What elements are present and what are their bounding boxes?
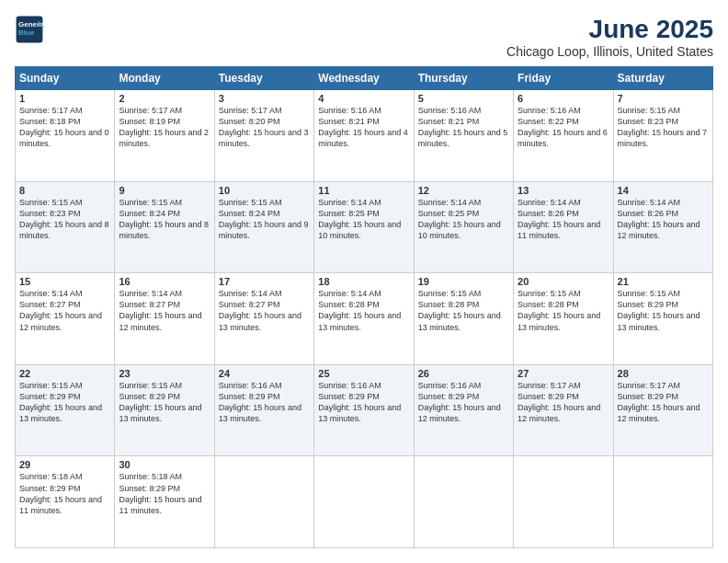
day-number: 10 <box>219 185 310 196</box>
calendar-cell: 5Sunrise: 5:16 AMSunset: 8:21 PMDaylight… <box>414 90 513 182</box>
calendar-cell: 6Sunrise: 5:16 AMSunset: 8:22 PMDaylight… <box>514 90 613 182</box>
day-number: 15 <box>19 276 110 287</box>
day-info: Sunrise: 5:14 AMSunset: 8:27 PMDaylight:… <box>19 288 110 333</box>
header-friday: Friday <box>514 67 613 90</box>
day-number: 5 <box>418 93 509 104</box>
calendar-cell: 11Sunrise: 5:14 AMSunset: 8:25 PMDayligh… <box>314 181 414 273</box>
calendar-cell: 1Sunrise: 5:17 AMSunset: 8:18 PMDaylight… <box>16 90 115 182</box>
day-info: Sunrise: 5:15 AMSunset: 8:24 PMDaylight:… <box>219 197 310 242</box>
page: General Blue June 2025 Chicago Loop, Ill… <box>0 0 728 563</box>
day-info: Sunrise: 5:14 AMSunset: 8:26 PMDaylight:… <box>518 197 609 242</box>
calendar-header-row: Sunday Monday Tuesday Wednesday Thursday… <box>16 67 713 90</box>
day-number: 20 <box>518 276 609 287</box>
day-info: Sunrise: 5:14 AMSunset: 8:27 PMDaylight:… <box>119 288 210 333</box>
day-number: 14 <box>618 185 709 196</box>
day-number: 24 <box>219 368 310 379</box>
day-number: 29 <box>19 459 110 470</box>
day-info: Sunrise: 5:17 AMSunset: 8:19 PMDaylight:… <box>119 105 210 150</box>
header-wednesday: Wednesday <box>314 67 414 90</box>
calendar-cell: 26Sunrise: 5:16 AMSunset: 8:29 PMDayligh… <box>414 364 513 456</box>
calendar-cell: 14Sunrise: 5:14 AMSunset: 8:26 PMDayligh… <box>613 181 712 273</box>
day-number: 8 <box>19 185 110 196</box>
header-sunday: Sunday <box>16 67 115 90</box>
day-info: Sunrise: 5:16 AMSunset: 8:22 PMDaylight:… <box>518 105 609 150</box>
day-info: Sunrise: 5:17 AMSunset: 8:29 PMDaylight:… <box>518 380 609 425</box>
header: General Blue June 2025 Chicago Loop, Ill… <box>15 15 713 59</box>
calendar-cell: 16Sunrise: 5:14 AMSunset: 8:27 PMDayligh… <box>115 273 214 365</box>
day-number: 22 <box>19 368 110 379</box>
calendar-cell <box>314 456 414 548</box>
day-number: 28 <box>618 368 709 379</box>
calendar-cell: 23Sunrise: 5:15 AMSunset: 8:29 PMDayligh… <box>115 364 214 456</box>
day-info: Sunrise: 5:15 AMSunset: 8:29 PMDaylight:… <box>119 380 210 425</box>
logo-icon: General Blue <box>15 15 44 44</box>
header-saturday: Saturday <box>613 67 712 90</box>
title-area: June 2025 Chicago Loop, Illinois, United… <box>506 15 713 59</box>
main-title: June 2025 <box>506 15 713 44</box>
calendar-table: Sunday Monday Tuesday Wednesday Thursday… <box>15 66 713 548</box>
calendar-cell: 17Sunrise: 5:14 AMSunset: 8:27 PMDayligh… <box>214 273 313 365</box>
day-number: 17 <box>219 276 310 287</box>
calendar-cell: 2Sunrise: 5:17 AMSunset: 8:19 PMDaylight… <box>115 90 214 182</box>
calendar-cell: 30Sunrise: 5:18 AMSunset: 8:29 PMDayligh… <box>115 456 214 548</box>
day-info: Sunrise: 5:14 AMSunset: 8:27 PMDaylight:… <box>219 288 310 333</box>
day-number: 18 <box>318 276 409 287</box>
header-monday: Monday <box>115 67 214 90</box>
day-info: Sunrise: 5:15 AMSunset: 8:24 PMDaylight:… <box>119 197 210 242</box>
calendar-cell: 27Sunrise: 5:17 AMSunset: 8:29 PMDayligh… <box>514 364 613 456</box>
day-number: 12 <box>418 185 509 196</box>
day-number: 4 <box>318 93 409 104</box>
calendar-cell: 8Sunrise: 5:15 AMSunset: 8:23 PMDaylight… <box>16 181 115 273</box>
calendar-cell: 19Sunrise: 5:15 AMSunset: 8:28 PMDayligh… <box>414 273 513 365</box>
day-number: 21 <box>618 276 709 287</box>
day-info: Sunrise: 5:14 AMSunset: 8:25 PMDaylight:… <box>418 197 509 242</box>
day-number: 1 <box>19 93 110 104</box>
day-number: 16 <box>119 276 210 287</box>
day-number: 2 <box>119 93 210 104</box>
day-number: 19 <box>418 276 509 287</box>
day-info: Sunrise: 5:16 AMSunset: 8:29 PMDaylight:… <box>418 380 509 425</box>
day-info: Sunrise: 5:18 AMSunset: 8:29 PMDaylight:… <box>19 471 110 516</box>
day-info: Sunrise: 5:16 AMSunset: 8:21 PMDaylight:… <box>318 105 409 150</box>
calendar-cell: 12Sunrise: 5:14 AMSunset: 8:25 PMDayligh… <box>414 181 513 273</box>
day-info: Sunrise: 5:17 AMSunset: 8:18 PMDaylight:… <box>19 105 110 150</box>
day-info: Sunrise: 5:14 AMSunset: 8:25 PMDaylight:… <box>318 197 409 242</box>
calendar-week-5: 29Sunrise: 5:18 AMSunset: 8:29 PMDayligh… <box>16 456 713 548</box>
day-info: Sunrise: 5:14 AMSunset: 8:28 PMDaylight:… <box>318 288 409 333</box>
day-number: 7 <box>618 93 709 104</box>
day-info: Sunrise: 5:17 AMSunset: 8:20 PMDaylight:… <box>219 105 310 150</box>
day-number: 27 <box>518 368 609 379</box>
calendar-week-3: 15Sunrise: 5:14 AMSunset: 8:27 PMDayligh… <box>16 273 713 365</box>
calendar-cell <box>613 456 712 548</box>
day-info: Sunrise: 5:17 AMSunset: 8:29 PMDaylight:… <box>618 380 709 425</box>
day-number: 26 <box>418 368 509 379</box>
day-number: 3 <box>219 93 310 104</box>
calendar-cell: 24Sunrise: 5:16 AMSunset: 8:29 PMDayligh… <box>214 364 313 456</box>
calendar-cell: 20Sunrise: 5:15 AMSunset: 8:28 PMDayligh… <box>514 273 613 365</box>
calendar-cell: 13Sunrise: 5:14 AMSunset: 8:26 PMDayligh… <box>514 181 613 273</box>
calendar-week-2: 8Sunrise: 5:15 AMSunset: 8:23 PMDaylight… <box>16 181 713 273</box>
calendar-cell: 25Sunrise: 5:16 AMSunset: 8:29 PMDayligh… <box>314 364 414 456</box>
day-number: 11 <box>318 185 409 196</box>
day-info: Sunrise: 5:18 AMSunset: 8:29 PMDaylight:… <box>119 471 210 516</box>
logo: General Blue <box>15 15 44 44</box>
calendar-cell: 22Sunrise: 5:15 AMSunset: 8:29 PMDayligh… <box>16 364 115 456</box>
calendar-cell <box>214 456 313 548</box>
day-info: Sunrise: 5:16 AMSunset: 8:29 PMDaylight:… <box>219 380 310 425</box>
calendar-cell: 21Sunrise: 5:15 AMSunset: 8:29 PMDayligh… <box>613 273 712 365</box>
calendar-week-4: 22Sunrise: 5:15 AMSunset: 8:29 PMDayligh… <box>16 364 713 456</box>
calendar-cell: 15Sunrise: 5:14 AMSunset: 8:27 PMDayligh… <box>16 273 115 365</box>
day-info: Sunrise: 5:15 AMSunset: 8:29 PMDaylight:… <box>618 288 709 333</box>
calendar-week-1: 1Sunrise: 5:17 AMSunset: 8:18 PMDaylight… <box>16 90 713 182</box>
calendar-cell: 7Sunrise: 5:15 AMSunset: 8:23 PMDaylight… <box>613 90 712 182</box>
day-number: 9 <box>119 185 210 196</box>
day-info: Sunrise: 5:15 AMSunset: 8:28 PMDaylight:… <box>418 288 509 333</box>
calendar-cell: 18Sunrise: 5:14 AMSunset: 8:28 PMDayligh… <box>314 273 414 365</box>
day-number: 13 <box>518 185 609 196</box>
day-info: Sunrise: 5:15 AMSunset: 8:23 PMDaylight:… <box>19 197 110 242</box>
header-tuesday: Tuesday <box>214 67 313 90</box>
calendar-cell: 10Sunrise: 5:15 AMSunset: 8:24 PMDayligh… <box>214 181 313 273</box>
calendar-cell <box>514 456 613 548</box>
day-number: 25 <box>318 368 409 379</box>
calendar-cell: 29Sunrise: 5:18 AMSunset: 8:29 PMDayligh… <box>16 456 115 548</box>
